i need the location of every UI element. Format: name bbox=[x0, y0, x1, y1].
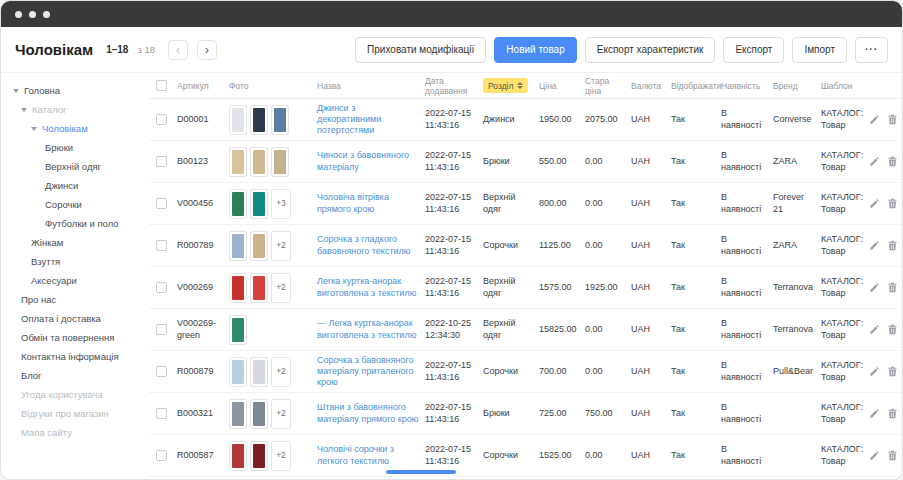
column-header-price[interactable]: Ціна bbox=[539, 81, 585, 91]
sidebar-item[interactable]: Головна bbox=[1, 81, 149, 100]
pagination-prev-button[interactable]: ‹ bbox=[168, 40, 188, 60]
product-photo-thumbnail[interactable] bbox=[229, 273, 247, 303]
row-checkbox[interactable] bbox=[156, 282, 167, 293]
sidebar-item[interactable]: Обмін та повернення bbox=[1, 328, 149, 347]
product-photo-thumbnail[interactable] bbox=[229, 357, 247, 387]
product-photo-thumbnail[interactable] bbox=[229, 189, 247, 219]
new-product-button[interactable]: Новий товар bbox=[494, 37, 576, 63]
delete-icon[interactable] bbox=[887, 240, 898, 251]
window-dot-3[interactable] bbox=[43, 11, 50, 18]
sidebar-item[interactable]: Жінкам bbox=[1, 233, 149, 252]
export-attributes-button[interactable]: Експорт характеристик bbox=[585, 37, 716, 63]
sidebar-item[interactable]: Про нас bbox=[1, 290, 149, 309]
edit-icon[interactable] bbox=[869, 156, 880, 167]
horizontal-scrollbar-thumb[interactable] bbox=[386, 470, 456, 474]
import-button[interactable]: Імпорт bbox=[792, 37, 847, 63]
edit-icon[interactable] bbox=[869, 198, 880, 209]
row-checkbox[interactable] bbox=[156, 156, 167, 167]
sidebar-item[interactable]: Джинси bbox=[1, 176, 149, 195]
product-photo-thumbnail[interactable] bbox=[271, 105, 289, 135]
select-all-checkbox[interactable] bbox=[156, 80, 167, 91]
sidebar-item[interactable]: Футболки и поло bbox=[1, 214, 149, 233]
delete-icon[interactable] bbox=[887, 450, 898, 461]
product-photo-thumbnail[interactable] bbox=[250, 189, 268, 219]
column-header-date[interactable]: Дата додавання bbox=[425, 76, 483, 96]
edit-icon[interactable] bbox=[869, 240, 880, 251]
edit-icon[interactable] bbox=[869, 324, 880, 335]
window-dot-1[interactable] bbox=[15, 11, 22, 18]
product-name-link[interactable]: Чоловіча вітрівка прямого крою bbox=[317, 192, 389, 213]
delete-icon[interactable] bbox=[887, 114, 898, 125]
sidebar-item[interactable]: Блог bbox=[1, 366, 149, 385]
row-checkbox[interactable] bbox=[156, 324, 167, 335]
product-photo-thumbnail[interactable] bbox=[271, 147, 289, 177]
product-name-link[interactable]: Сорочка з бавовняного матеріалу притален… bbox=[317, 355, 414, 388]
delete-icon[interactable] bbox=[887, 156, 898, 167]
window-dot-2[interactable] bbox=[29, 11, 36, 18]
column-header-photo[interactable]: Фото bbox=[229, 81, 317, 91]
product-photo-thumbnail[interactable] bbox=[250, 105, 268, 135]
more-photos-badge[interactable]: +2 bbox=[271, 441, 291, 471]
sidebar-item[interactable]: Оплата і доставка bbox=[1, 309, 149, 328]
more-photos-badge[interactable]: +2 bbox=[271, 273, 291, 303]
product-name-link[interactable]: Чиноси з бавовняного матеріалу bbox=[317, 150, 409, 171]
delete-icon[interactable] bbox=[887, 366, 898, 377]
product-name-link[interactable]: Джинси з декоративними потертостями bbox=[317, 103, 381, 136]
more-photos-badge[interactable]: +2 bbox=[271, 357, 291, 387]
column-header-stock[interactable]: Наявність bbox=[721, 81, 773, 91]
sidebar-item[interactable]: Мапа сайту bbox=[1, 423, 149, 442]
sidebar-item[interactable]: Угода користувача bbox=[1, 385, 149, 404]
more-photos-badge[interactable]: +2 bbox=[271, 231, 291, 261]
product-photo-thumbnail[interactable] bbox=[229, 105, 247, 135]
edit-icon[interactable] bbox=[869, 114, 880, 125]
edit-icon[interactable] bbox=[869, 408, 880, 419]
column-header-cur[interactable]: Валюта bbox=[631, 81, 671, 91]
product-photo-thumbnail[interactable] bbox=[250, 357, 268, 387]
export-button[interactable]: Експорт bbox=[723, 37, 784, 63]
sidebar-item[interactable]: Контактна інформація bbox=[1, 347, 149, 366]
product-name-link[interactable]: Штани з бавовняного матеріалу прямого кр… bbox=[317, 402, 418, 423]
product-photo-thumbnail[interactable] bbox=[250, 399, 268, 429]
row-checkbox[interactable] bbox=[156, 366, 167, 377]
sidebar-item[interactable]: Відгуки про магазин bbox=[1, 404, 149, 423]
row-checkbox[interactable] bbox=[156, 450, 167, 461]
more-photos-badge[interactable]: +2 bbox=[271, 399, 291, 429]
product-photo-thumbnail[interactable] bbox=[229, 399, 247, 429]
delete-icon[interactable] bbox=[887, 324, 898, 335]
column-header-show[interactable]: Відображати bbox=[671, 81, 721, 91]
product-photo-thumbnail[interactable] bbox=[250, 231, 268, 261]
column-header-sku[interactable]: Артикул bbox=[177, 81, 229, 91]
product-name-link[interactable]: Легка куртка-анорак виготовлена з тексти… bbox=[317, 276, 416, 297]
sorted-column-pill[interactable]: Розділ bbox=[483, 78, 528, 93]
sidebar-item[interactable]: Каталог bbox=[1, 100, 149, 119]
product-photo-thumbnail[interactable] bbox=[229, 147, 247, 177]
row-checkbox[interactable] bbox=[156, 240, 167, 251]
product-name-link[interactable]: — Легка куртка-анорак виготовлена з текс… bbox=[317, 318, 416, 339]
edit-icon[interactable] bbox=[869, 366, 880, 377]
more-photos-badge[interactable]: +3 bbox=[271, 189, 291, 219]
row-checkbox[interactable] bbox=[156, 408, 167, 419]
delete-icon[interactable] bbox=[887, 282, 898, 293]
sidebar-item[interactable]: Аксесуари bbox=[1, 271, 149, 290]
product-name-link[interactable]: Сорочка з гладкого бавовняного текстилю bbox=[317, 234, 411, 255]
product-photo-thumbnail[interactable] bbox=[250, 441, 268, 471]
column-header-name[interactable]: Назва bbox=[317, 81, 425, 91]
delete-icon[interactable] bbox=[887, 198, 898, 209]
more-actions-button[interactable]: ··· bbox=[855, 37, 888, 63]
sidebar-item[interactable]: Чоловікам bbox=[1, 119, 149, 138]
sidebar-item[interactable]: Брюки bbox=[1, 138, 149, 157]
delete-icon[interactable] bbox=[887, 408, 898, 419]
column-header-brand[interactable]: Бренд bbox=[773, 81, 821, 91]
row-checkbox[interactable] bbox=[156, 114, 167, 125]
product-photo-thumbnail[interactable] bbox=[229, 441, 247, 471]
sidebar-item[interactable]: Верхній одяг bbox=[1, 157, 149, 176]
product-photo-thumbnail[interactable] bbox=[229, 231, 247, 261]
sidebar-item[interactable]: Сорочки bbox=[1, 195, 149, 214]
product-photo-thumbnail[interactable] bbox=[250, 273, 268, 303]
row-checkbox[interactable] bbox=[156, 198, 167, 209]
product-name-link[interactable]: Чоловічі сорочки з легкого текстилю bbox=[317, 444, 394, 465]
product-photo-thumbnail[interactable] bbox=[229, 315, 247, 345]
column-header-category[interactable]: Розділ bbox=[483, 78, 539, 93]
edit-icon[interactable] bbox=[869, 282, 880, 293]
sidebar-item[interactable]: Взуття bbox=[1, 252, 149, 271]
